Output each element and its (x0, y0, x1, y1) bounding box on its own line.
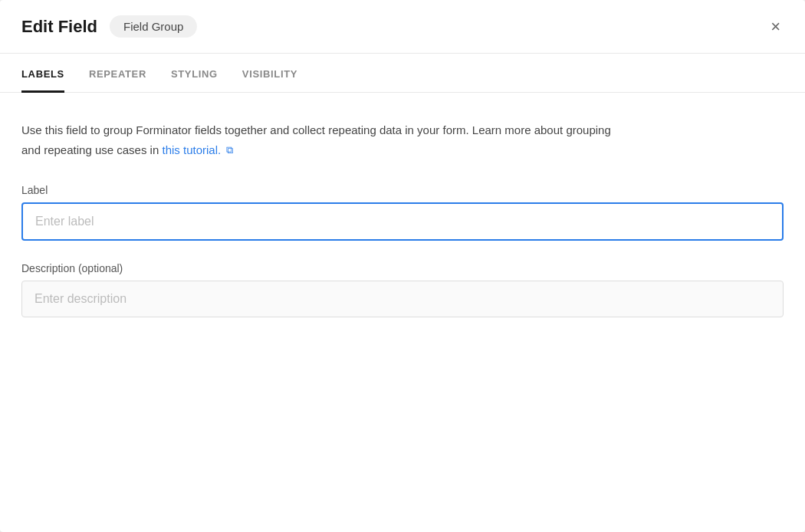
label-form-group: Label (21, 184, 784, 241)
label-field-label: Label (21, 184, 784, 196)
description-input[interactable] (21, 281, 784, 317)
tab-repeater[interactable]: REPEATER (89, 54, 146, 93)
label-input[interactable] (21, 202, 784, 241)
tab-labels[interactable]: LABELS (21, 54, 64, 93)
info-text-part1: Use this field to group Forminator field… (21, 123, 611, 156)
tutorial-link[interactable]: this tutorial. ⧉ (162, 143, 233, 156)
field-group-badge: Field Group (110, 15, 197, 38)
external-link-icon: ⧉ (226, 142, 233, 159)
tab-nav: LABELS REPEATER STYLING VISIBILITY (0, 54, 805, 93)
tutorial-link-text: this tutorial. (162, 143, 221, 156)
modal-title: Edit Field (21, 17, 97, 37)
tab-visibility[interactable]: VISIBILITY (242, 54, 297, 93)
modal-header: Edit Field Field Group × (0, 0, 805, 54)
close-button[interactable]: × (767, 15, 784, 38)
info-text: Use this field to group Forminator field… (21, 120, 619, 159)
modal-body: Use this field to group Forminator field… (0, 93, 805, 532)
description-field-label: Description (optional) (21, 262, 784, 274)
edit-field-modal: Edit Field Field Group × LABELS REPEATER… (0, 0, 805, 532)
description-form-group: Description (optional) (21, 262, 784, 317)
tab-styling[interactable]: STYLING (171, 54, 218, 93)
